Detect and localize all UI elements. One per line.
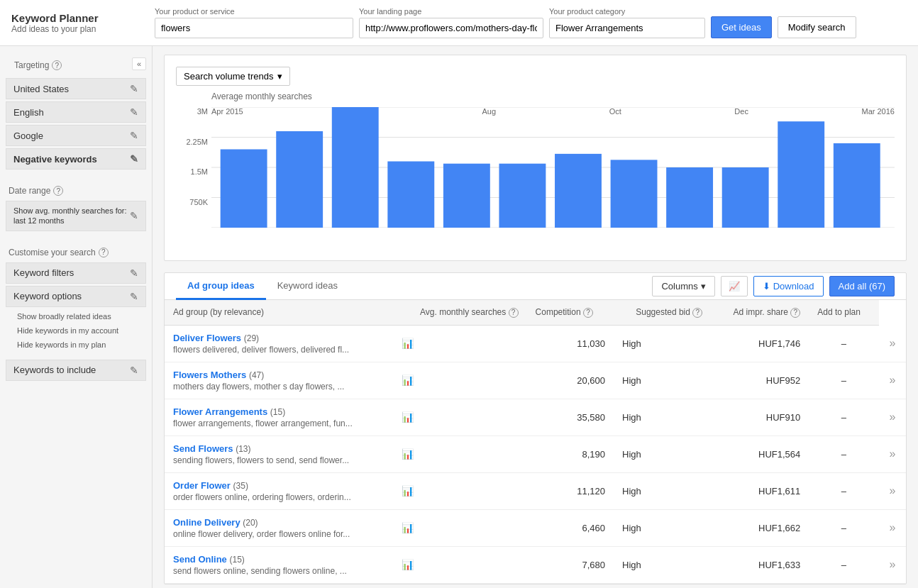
add-to-plan-button-3[interactable]: » <box>889 448 895 460</box>
bar-7[interactable] <box>611 160 658 228</box>
bar-6[interactable] <box>555 154 602 228</box>
bar-11[interactable] <box>834 143 880 228</box>
chart-container: Search volume trends ▾ Average monthly s… <box>164 55 907 261</box>
cell-monthly-5: 6,460 <box>527 509 614 546</box>
trend-icon-2[interactable]: 📊 <box>402 411 414 423</box>
customise-help-icon[interactable]: ? <box>99 248 109 257</box>
category-input[interactable] <box>549 18 705 38</box>
ad-group-link-1[interactable]: Flowers Mothers (47) <box>173 370 264 380</box>
chart-dropdown-button[interactable]: Search volume trends ▾ <box>176 67 290 86</box>
trend-icon-0[interactable]: 📊 <box>402 338 414 349</box>
add-all-button[interactable]: Add all (67) <box>829 276 895 296</box>
cell-adimpr-2: – <box>809 399 878 436</box>
keywords-include-label: Keywords to include <box>13 365 96 375</box>
bar-4[interactable] <box>443 164 490 228</box>
sidebar-item-language[interactable]: English ✎ <box>6 101 146 123</box>
bar-2[interactable] <box>332 107 379 228</box>
bar-10[interactable] <box>778 121 824 228</box>
keywords-include-edit-icon[interactable]: ✎ <box>130 365 138 376</box>
table-row: Order Flower (35) order flowers online, … <box>165 472 906 509</box>
monthly-help-icon[interactable]: ? <box>509 308 519 318</box>
add-to-plan-button-4[interactable]: » <box>889 484 895 497</box>
ad-group-link-0[interactable]: Deliver Flowers (29) <box>173 333 259 343</box>
trend-icon-3[interactable]: 📊 <box>402 448 414 460</box>
trend-icon-1[interactable]: 📊 <box>402 375 414 386</box>
cell-monthly-4: 11,120 <box>527 472 614 509</box>
ad-group-link-2[interactable]: Flower Arrangements (15) <box>173 406 285 417</box>
tab-ad-group-ideas[interactable]: Ad group ideas <box>176 273 266 300</box>
adimpr-help-icon[interactable]: ? <box>790 308 800 318</box>
keyword-filters-edit-icon[interactable]: ✎ <box>130 267 138 279</box>
product-input[interactable] <box>155 18 353 38</box>
cell-bid-2: HUF910 <box>711 399 809 436</box>
ad-group-link-4[interactable]: Order Flower (35) <box>173 480 248 491</box>
network-edit-icon[interactable]: ✎ <box>130 130 138 141</box>
targeting-help-icon[interactable]: ? <box>52 60 62 70</box>
sidebar-item-date-range[interactable]: Show avg. monthly searches for: last 12 … <box>6 201 146 231</box>
sidebar-item-keywords-include[interactable]: Keywords to include ✎ <box>6 360 146 381</box>
cell-add-5: » <box>879 509 906 546</box>
modify-search-button[interactable]: Modify search <box>778 16 856 38</box>
bar-8[interactable] <box>666 167 713 228</box>
cell-adgroup-1: Flowers Mothers (47) mothers day flowers… <box>165 362 393 399</box>
bar-9[interactable] <box>722 167 769 228</box>
sidebar-item-keyword-options[interactable]: Keyword options ✎ <box>6 286 146 307</box>
location-edit-icon[interactable]: ✎ <box>130 83 138 94</box>
keyword-options-edit-icon[interactable]: ✎ <box>130 291 138 302</box>
sidebar-item-keyword-filters[interactable]: Keyword filters ✎ <box>6 262 146 284</box>
add-to-plan-button-1[interactable]: » <box>889 374 895 386</box>
date-range-edit-icon[interactable]: ✎ <box>130 210 138 221</box>
negative-keywords-edit-icon[interactable]: ✎ <box>130 153 138 165</box>
sidebar-item-network[interactable]: Google ✎ <box>6 125 146 146</box>
add-to-plan-button-0[interactable]: » <box>889 337 895 349</box>
bid-help-icon[interactable]: ? <box>692 308 702 318</box>
ad-group-link-3[interactable]: Send Flowers (13) <box>173 443 250 454</box>
keyword-options-sub1: Show broadly related ideas <box>9 311 143 325</box>
chart-icon-button[interactable]: 📈 <box>721 276 748 296</box>
bar-0[interactable] <box>221 150 267 228</box>
competition-help-icon[interactable]: ? <box>583 308 593 318</box>
app-name: Keyword Planner <box>11 12 146 24</box>
sidebar-item-location[interactable]: United States ✎ <box>6 78 146 99</box>
bar-1[interactable] <box>276 131 323 228</box>
location-label: United States <box>13 84 69 94</box>
tab-keyword-ideas[interactable]: Keyword ideas <box>266 273 349 300</box>
collapse-sidebar-button[interactable]: « <box>132 57 146 70</box>
cell-trend-1: 📊 <box>393 362 527 399</box>
cell-trend-5: 📊 <box>393 509 527 546</box>
sidebar-item-negative-keywords[interactable]: Negative keywords ✎ <box>6 148 146 170</box>
landing-input-group: Your landing page <box>359 7 543 38</box>
cell-competition-5: High <box>614 509 711 546</box>
cell-bid-5: HUF1,662 <box>711 509 809 546</box>
add-to-plan-button-5[interactable]: » <box>889 521 895 533</box>
trend-icon-5[interactable]: 📊 <box>402 522 414 533</box>
keywords-sub-2: flower arrangements, flower arrangement,… <box>173 418 385 428</box>
cell-bid-4: HUF1,611 <box>711 472 809 509</box>
cell-adgroup-3: Send Flowers (13) sending flowers, flowe… <box>165 436 393 472</box>
keywords-sub-0: flowers delivered, deliver flowers, deli… <box>173 345 385 355</box>
cell-adgroup-4: Order Flower (35) order flowers online, … <box>165 472 393 509</box>
columns-button[interactable]: Columns ▾ <box>652 276 714 296</box>
app-title: Keyword Planner Add ideas to your plan <box>11 12 146 34</box>
cell-adimpr-5: – <box>809 509 878 546</box>
cell-add-2: » <box>879 399 906 436</box>
cell-adimpr-4: – <box>809 472 878 509</box>
trend-icon-4[interactable]: 📊 <box>402 485 414 497</box>
bar-5[interactable] <box>499 164 546 228</box>
date-range-help-icon[interactable]: ? <box>53 186 63 196</box>
keywords-sub-4: order flowers online, ordering flowers, … <box>173 492 385 502</box>
get-ideas-button[interactable]: Get ideas <box>711 16 772 38</box>
trend-icon-6[interactable]: 📊 <box>402 559 414 570</box>
landing-input[interactable] <box>359 18 543 38</box>
language-edit-icon[interactable]: ✎ <box>130 106 138 118</box>
cell-add-1: » <box>879 362 906 399</box>
download-icon: ⬇ <box>763 281 770 292</box>
add-to-plan-button-2[interactable]: » <box>889 411 895 423</box>
ad-group-link-5[interactable]: Online Delivery (20) <box>173 517 258 528</box>
cell-adgroup-6: Send Online (15) send flowers online, se… <box>165 546 393 583</box>
ad-group-link-6[interactable]: Send Online (15) <box>173 554 245 565</box>
bar-3[interactable] <box>387 162 434 228</box>
cell-trend-4: 📊 <box>393 472 527 509</box>
add-to-plan-button-6[interactable]: » <box>889 558 895 570</box>
download-button[interactable]: ⬇ Download <box>753 276 824 296</box>
